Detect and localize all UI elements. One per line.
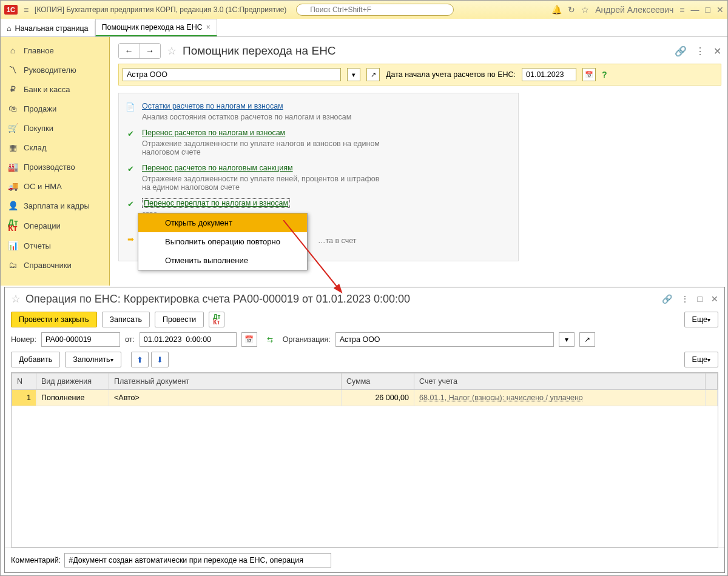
org-dropdown[interactable]: ▾ [347,68,360,81]
star-icon[interactable]: ☆ [167,44,177,58]
org-label: Организация: [283,335,331,344]
table-row[interactable]: 1 Пополнение <Авто> 26 000,00 68.01.1, Н… [12,390,718,406]
th-account[interactable]: Счет учета [414,373,706,390]
refresh-icon[interactable]: ⇆ [262,332,278,347]
step-desc: …та в счет [318,236,357,245]
menu-icon[interactable]: ≡ [21,5,31,15]
sidebar-item-sales[interactable]: 🛍Продажи [1,99,109,118]
context-menu: Открыть документ Выполнить операцию повт… [138,213,308,270]
tab-bar: ⌂ Начальная страница Помощник перехода н… [1,19,727,37]
chart-icon: 〽 [8,65,18,75]
check-icon: ✔ [125,129,136,156]
move-up-button[interactable]: ⬆ [131,352,149,367]
th-sum[interactable]: Сумма [342,373,414,390]
sidebar-item-label: Операции [24,221,61,230]
th-n[interactable]: N [12,373,36,390]
number-input[interactable] [41,332,120,347]
kebab-icon[interactable]: ⋮ [681,294,689,304]
date-input[interactable] [522,68,576,81]
calendar-icon[interactable]: 📅 [241,332,257,347]
cell-account[interactable]: 68.01.1, Налог (взносы): начислено / упл… [419,393,583,402]
sidebar-item-label: Продажи [24,104,56,113]
comment-input[interactable] [64,553,331,568]
step-link[interactable]: Перенос расчетов по налоговым санкциям [142,164,293,172]
add-button[interactable]: Добавить [11,352,60,367]
more-button[interactable]: Еще [684,352,718,367]
help-icon[interactable]: ? [602,70,607,79]
user-name[interactable]: Андрей Алексеевич [595,5,673,15]
org-input[interactable] [335,332,554,347]
forward-button[interactable]: → [140,44,160,58]
sidebar-item-label: ОС и НМА [24,182,62,191]
sidebar-item-label: Производство [24,162,75,172]
minimize-icon[interactable]: — [691,5,699,15]
post-button[interactable]: Провести [155,312,204,327]
dtkt-icon: ДтКт [8,220,18,231]
bell-icon[interactable]: 🔔 [551,5,562,15]
cell-n: 1 [12,390,36,406]
ctx-open-document[interactable]: Открыть документ [138,213,307,232]
ctx-redo-operation[interactable]: Выполнить операцию повторно [138,232,307,251]
close-icon[interactable]: ✕ [713,45,721,57]
org-open[interactable]: ↗ [579,332,595,347]
th-doc[interactable]: Платежный документ [109,373,342,390]
sidebar-item-payroll[interactable]: 👤Зарплата и кадры [1,196,109,215]
sidebar-item-production[interactable]: 🏭Производство [1,157,109,176]
close-icon[interactable]: ✕ [711,294,718,304]
dtkt-button[interactable]: ДтКт [209,312,224,327]
link-icon[interactable]: 🔗 [662,294,672,304]
check-icon: ✔ [125,164,136,192]
star-icon[interactable]: ☆ [581,5,589,15]
sidebar-item-label: Склад [24,143,47,152]
sidebar-item-operations[interactable]: ДтКтОперации [1,215,109,236]
org-input[interactable] [123,68,341,81]
post-and-close-button[interactable]: Провести и закрыть [11,312,97,327]
th-kind[interactable]: Вид движения [36,373,109,390]
move-down-button[interactable]: ⬇ [151,352,169,367]
step-link[interactable]: Перенос переплат по налогам и взносам [142,198,290,208]
ctx-cancel-operation[interactable]: Отменить выполнение [138,251,307,270]
kebab-icon[interactable]: ⋮ [695,45,705,57]
org-bar: ▾ ↗ Дата начала учета расчетов по ЕНС: 📅… [118,64,721,85]
cell-kind: Пополнение [36,390,109,406]
sidebar-item-assets[interactable]: 🚚ОС и НМА [1,176,109,196]
settings-icon[interactable]: ≡ [679,5,684,15]
sidebar-item-warehouse[interactable]: ▦Склад [1,138,109,157]
tab-home[interactable]: ⌂ Начальная страница [1,21,95,36]
step-link[interactable]: Перенос расчетов по налогам и взносам [142,129,285,137]
sidebar-item-bank[interactable]: ₽Банк и касса [1,79,109,99]
date-input[interactable] [140,332,237,347]
sidebar-item-label: Главное [24,46,54,55]
sidebar-item-catalogs[interactable]: 🗂Справочники [1,255,109,275]
step-desc: Отражение задолженности по уплате пеней,… [142,175,385,192]
sidebar-item-reports[interactable]: 📊Отчеты [1,236,109,255]
more-button[interactable]: Еще [684,312,718,327]
calendar-icon[interactable]: 📅 [582,68,596,81]
maximize-icon[interactable]: □ [698,294,703,304]
maximize-icon[interactable]: □ [706,5,710,15]
org-dropdown[interactable]: ▾ [559,332,575,347]
sidebar: ⌂Главное 〽Руководителю ₽Банк и касса 🛍Пр… [1,37,110,286]
sidebar-item-main[interactable]: ⌂Главное [1,41,109,60]
sidebar-item-manager[interactable]: 〽Руководителю [1,60,109,79]
bag-icon: 🛍 [8,104,18,113]
history-icon[interactable]: ↻ [568,5,575,15]
number-label: Номер: [11,335,36,344]
close-icon[interactable]: ✕ [716,5,724,15]
sidebar-item-purchases[interactable]: 🛒Покупки [1,118,109,138]
org-open[interactable]: ↗ [366,68,380,81]
link-icon[interactable]: 🔗 [675,45,687,57]
save-button[interactable]: Записать [102,312,150,327]
page-title: Помощник перехода на ЕНС [183,44,336,58]
comment-label: Комментарий: [11,556,61,564]
search-input[interactable] [296,4,454,16]
back-button[interactable]: ← [119,44,140,58]
titlebar: 1C ≡ [КОПИЯ] Бухгалтерия предприятия КОР… [1,1,727,19]
star-icon[interactable]: ☆ [11,292,21,306]
tab-close-icon[interactable]: × [206,23,211,32]
step-desc: Отражение задолженности по уплате налого… [142,139,385,156]
fill-button[interactable]: Заполнить [65,352,121,367]
tab-active[interactable]: Помощник перехода на ЕНС × [95,19,217,36]
step-link[interactable]: Остатки расчетов по налогам и взносам [142,102,283,110]
sidebar-item-label: Отчеты [24,241,51,250]
